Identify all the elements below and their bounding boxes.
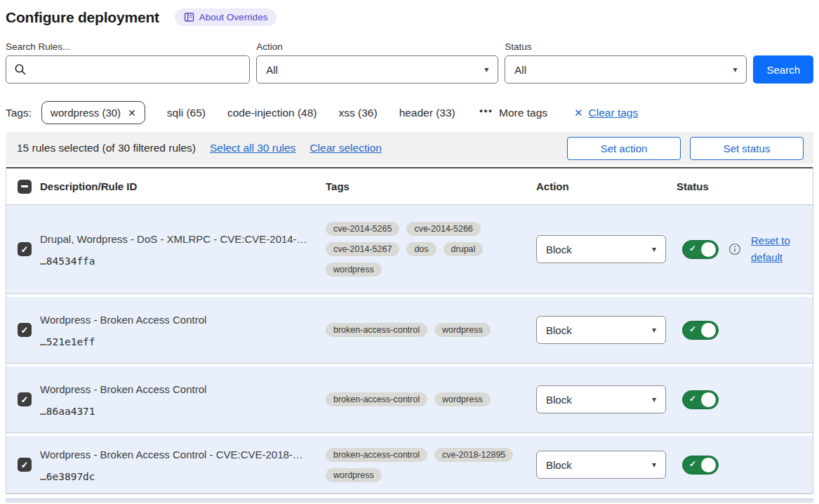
check-icon: ✓: [689, 460, 696, 468]
clear-icon: ✕: [574, 107, 583, 119]
rule-action-value: Block: [546, 459, 572, 471]
tag-pill: cve-2014-5265: [326, 222, 399, 236]
tag-pill: cve-2014-5266: [406, 222, 480, 236]
tag-filter-sqli[interactable]: sqli (65): [167, 107, 206, 119]
rule-description: Wordpress - Broken Access Control: [40, 313, 316, 327]
rule-action-select[interactable]: Block ▾: [536, 385, 666, 413]
selection-summary: 15 rules selected (of 30 filtered rules): [17, 142, 196, 154]
table-header-row: Description/Rule ID Tags Action Status: [6, 167, 813, 205]
rule-action-value: Block: [546, 324, 572, 336]
column-header-description: Description/Rule ID: [40, 180, 326, 192]
more-tags-button[interactable]: ●●● More tags: [479, 107, 547, 119]
column-header-status: Status: [677, 180, 813, 192]
row-checkbox[interactable]: ✓: [18, 458, 32, 472]
status-filter-select[interactable]: All ▾: [505, 55, 747, 84]
rule-id: …86aa4371: [40, 406, 316, 417]
toggle-knob: [701, 458, 716, 472]
tags-label: Tags:: [6, 107, 32, 119]
rule-description: Wordpress - Broken Access Control - CVE:…: [40, 448, 316, 462]
rule-description: Drupal, Wordpress - DoS - XMLRPC - CVE:C…: [40, 232, 316, 246]
tags-bar: Tags: wordpress (30) ✕ sqli (65) code-in…: [6, 100, 813, 126]
tag-pill: drupal: [444, 242, 484, 256]
chevron-down-icon: ▾: [652, 326, 656, 334]
rules-table: Description/Rule ID Tags Action Status ✓…: [6, 167, 813, 494]
search-rules-input[interactable]: [6, 55, 250, 84]
column-header-tags: Tags: [326, 180, 536, 192]
tag-pill: cve-2018-12895: [434, 448, 513, 462]
select-all-checkbox[interactable]: [18, 180, 32, 194]
selected-tag-chip[interactable]: wordpress (30) ✕: [41, 101, 145, 124]
toggle-knob: [701, 242, 716, 257]
tag-pill: wordpress: [326, 263, 382, 277]
row-checkbox[interactable]: ✓: [18, 242, 32, 256]
rule-status-toggle[interactable]: ✓: [682, 456, 719, 475]
more-tags-label: More tags: [499, 107, 547, 119]
info-icon: [728, 243, 741, 256]
tag-pill: wordpress: [434, 323, 491, 337]
clear-selection-link[interactable]: Clear selection: [309, 142, 382, 154]
table-row: ✓ Drupal, Wordpress - DoS - XMLRPC - CVE…: [6, 205, 813, 294]
page-title: Configure deployment: [6, 6, 159, 28]
chevron-down-icon: ▾: [652, 460, 656, 469]
rule-action-select[interactable]: Block ▾: [536, 235, 666, 263]
status-filter-value: All: [514, 64, 526, 76]
reset-to-default-link[interactable]: Reset to default: [751, 232, 797, 266]
action-filter-label: Action: [256, 41, 498, 53]
select-all-link[interactable]: Select all 30 rules: [210, 142, 295, 154]
rule-id: …84534ffa: [40, 256, 316, 267]
check-icon: ✓: [21, 395, 29, 404]
table-row: ✓ Wordpress - Broken Access Control - CV…: [6, 436, 813, 494]
table-row: ✓ Wordpress - Broken Access Control …521…: [6, 297, 813, 364]
chevron-down-icon: ▾: [484, 65, 488, 74]
selection-bar: 15 rules selected (of 30 filtered rules)…: [6, 132, 813, 164]
rule-status-toggle[interactable]: ✓: [682, 390, 719, 409]
rule-description: Wordpress - Broken Access Control: [40, 383, 316, 397]
rule-status-toggle[interactable]: ✓: [682, 321, 719, 340]
action-filter-select[interactable]: All ▾: [256, 55, 498, 84]
tag-pill: broken-access-control: [326, 448, 427, 462]
rule-status-toggle[interactable]: ✓: [682, 240, 719, 259]
tag-pill: wordpress: [326, 468, 382, 482]
search-input-wrap: [6, 55, 250, 84]
toggle-knob: [701, 323, 716, 338]
toggle-knob: [701, 392, 716, 407]
check-icon: ✓: [689, 244, 696, 253]
chevron-down-icon: ▾: [733, 65, 737, 74]
rule-tag-list: cve-2014-5265cve-2014-5266cve-2014-5267d…: [326, 222, 536, 277]
clear-tags-link[interactable]: ✕ Clear tags: [574, 107, 638, 119]
book-icon: [184, 12, 194, 22]
rule-action-value: Block: [546, 244, 572, 256]
rule-action-select[interactable]: Block ▾: [536, 316, 666, 344]
tag-filter-code-injection[interactable]: code-injection (48): [227, 107, 317, 119]
page-header: Configure deployment About Overrides: [0, 0, 819, 28]
row-checkbox[interactable]: ✓: [18, 323, 32, 337]
about-overrides-badge[interactable]: About Overrides: [175, 8, 277, 26]
rule-id: …521e1eff: [40, 336, 316, 347]
rule-action-value: Block: [546, 394, 572, 406]
column-header-action: Action: [536, 180, 677, 192]
rule-tag-list: broken-access-controlwordpress: [326, 392, 536, 406]
check-icon: ✓: [689, 394, 696, 403]
check-icon: ✓: [21, 326, 29, 335]
tag-pill: broken-access-control: [326, 392, 427, 406]
about-overrides-label: About Overrides: [199, 12, 268, 22]
selected-tag-label: wordpress (30): [51, 107, 121, 119]
rule-id: …6e3897dc: [40, 471, 316, 482]
search-rules-label: Search Rules...: [6, 41, 250, 53]
tag-pill: dos: [406, 242, 436, 256]
filter-bar: Search Rules... Action All ▾ Status All …: [6, 41, 813, 84]
rule-tag-list: broken-access-controlcve-2018-12895wordp…: [326, 448, 536, 482]
tag-filter-xss[interactable]: xss (36): [339, 107, 378, 119]
row-checkbox[interactable]: ✓: [18, 392, 32, 406]
tag-pill: broken-access-control: [326, 323, 427, 337]
chevron-down-icon: ▾: [652, 395, 656, 404]
rule-action-select[interactable]: Block ▾: [536, 451, 666, 479]
search-button[interactable]: Search: [753, 55, 813, 84]
remove-tag-icon[interactable]: ✕: [128, 107, 136, 119]
set-action-button[interactable]: Set action: [567, 137, 681, 160]
indeterminate-icon: [21, 185, 28, 187]
clear-tags-label: Clear tags: [589, 107, 639, 119]
next-row-preview: [6, 498, 813, 503]
set-status-button[interactable]: Set status: [690, 137, 804, 160]
tag-filter-header[interactable]: header (33): [399, 107, 455, 119]
